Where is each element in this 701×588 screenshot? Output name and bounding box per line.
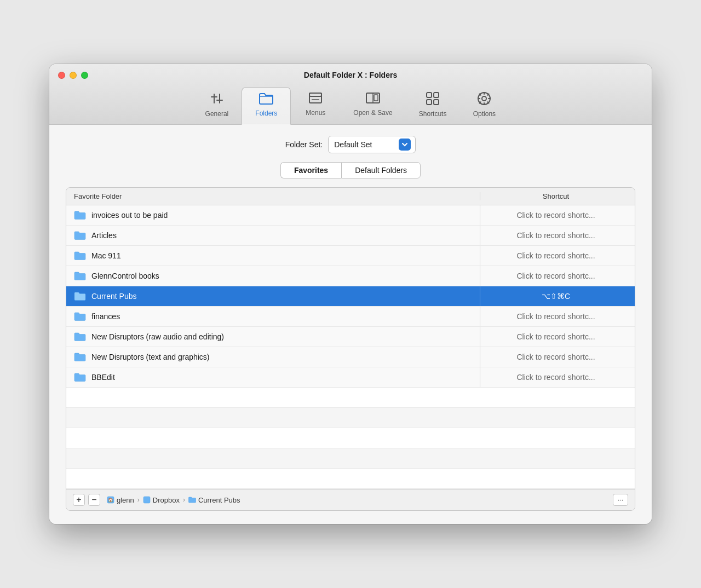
toolbar-item-menus[interactable]: Menus: [291, 87, 340, 124]
traffic-lights: [58, 72, 88, 79]
folder-icon: [74, 230, 86, 240]
breadcrumb-item-dropbox: Dropbox: [143, 496, 180, 504]
row-shortcut[interactable]: ⌥⇧⌘C: [485, 292, 627, 301]
maximize-button[interactable]: [81, 72, 88, 79]
row-divider: [480, 205, 480, 225]
table-row[interactable]: GlennControl books Click to record short…: [66, 266, 635, 286]
list-panel: Favorite Folder Shortcut invoices out to…: [66, 187, 635, 511]
row-shortcut[interactable]: Click to record shortc...: [485, 312, 627, 321]
empty-row: [66, 448, 635, 469]
empty-row: [66, 388, 635, 408]
table-row[interactable]: BBEdit Click to record shortc...: [66, 367, 635, 388]
row-divider: [480, 266, 480, 286]
shortcuts-icon: [426, 91, 440, 108]
folder-icon: [74, 352, 86, 362]
row-divider: [480, 367, 480, 387]
row-shortcut[interactable]: Click to record shortc...: [485, 332, 627, 341]
toolbar-item-shortcuts[interactable]: Shortcuts: [406, 87, 460, 124]
row-folder-name: New Disruptors (raw audio and editing): [91, 332, 224, 341]
row-shortcut[interactable]: Click to record shortc...: [485, 251, 627, 260]
svg-rect-13: [434, 100, 439, 105]
empty-rows: [66, 388, 635, 489]
folder-icon: [74, 271, 86, 281]
folder-col: New Disruptors (raw audio and editing): [74, 332, 475, 342]
toolbar-item-folders[interactable]: Folders: [242, 87, 291, 125]
table-row[interactable]: New Disruptors (raw audio and editing) C…: [66, 327, 635, 347]
svg-rect-9: [374, 95, 378, 101]
svg-text:🏠: 🏠: [108, 497, 113, 503]
breadcrumb-label-glenn: glenn: [117, 496, 134, 504]
close-button[interactable]: [58, 72, 65, 79]
tab-favorites[interactable]: Favorites: [280, 162, 341, 178]
row-shortcut[interactable]: Click to record shortc...: [485, 211, 627, 220]
folder-icon: [74, 291, 86, 301]
general-icon: [210, 91, 224, 108]
minimize-button[interactable]: [70, 72, 77, 79]
menus-icon: [308, 91, 323, 107]
svg-point-15: [482, 96, 486, 101]
toolbar-item-open-save[interactable]: Open & Save: [340, 87, 405, 124]
shortcuts-label: Shortcuts: [419, 110, 447, 118]
row-shortcut[interactable]: Click to record shortc...: [485, 231, 627, 240]
folder-col: New Disruptors (text and graphics): [74, 352, 475, 362]
folder-col: Current Pubs: [74, 291, 475, 301]
bottom-bar: + − 🏠 glenn ›: [66, 489, 635, 510]
breadcrumb-item-current-pubs: Current Pubs: [188, 496, 240, 504]
folder-set-label: Folder Set:: [285, 140, 323, 149]
row-divider: [480, 327, 480, 347]
folder-col: finances: [74, 312, 475, 321]
svg-rect-10: [427, 93, 432, 97]
folder-icon: [74, 251, 86, 261]
row-folder-name: invoices out to be paid: [91, 211, 168, 220]
segment-control: Favorites Default Folders: [66, 162, 635, 178]
row-shortcut[interactable]: Click to record shortc...: [485, 353, 627, 361]
row-shortcut[interactable]: Click to record shortc...: [485, 272, 627, 280]
svg-rect-4: [309, 93, 321, 103]
breadcrumb-folder-icon: [188, 497, 196, 503]
folder-col: BBEdit: [74, 372, 475, 382]
svg-rect-11: [434, 93, 439, 97]
titlebar: Default Folder X : Folders General: [49, 64, 652, 125]
toolbar-item-general[interactable]: General: [192, 87, 242, 124]
empty-row: [66, 408, 635, 428]
table-row[interactable]: invoices out to be paid Click to record …: [66, 205, 635, 226]
home-icon: 🏠: [107, 496, 114, 504]
window-title: Default Folder X : Folders: [304, 71, 397, 79]
row-folder-name: BBEdit: [91, 373, 115, 382]
folders-label: Folders: [255, 109, 277, 117]
main-window: Default Folder X : Folders General: [49, 64, 652, 524]
general-label: General: [205, 110, 229, 118]
more-button[interactable]: ···: [613, 494, 628, 506]
empty-row: [66, 428, 635, 448]
toolbar: General Folders: [192, 87, 509, 124]
row-folder-name: finances: [91, 312, 120, 321]
open-save-label: Open & Save: [353, 109, 392, 117]
folder-col: Mac 911: [74, 251, 475, 261]
table-body: invoices out to be paid Click to record …: [66, 205, 635, 489]
empty-row: [66, 469, 635, 489]
svg-rect-12: [427, 100, 432, 105]
header-shortcut: Shortcut: [485, 192, 627, 200]
breadcrumb-item-glenn: 🏠 glenn: [107, 496, 134, 504]
breadcrumb: 🏠 glenn › Dropbox ›: [107, 496, 610, 504]
table-row-selected[interactable]: Current Pubs ⌥⇧⌘C: [66, 286, 635, 307]
breadcrumb-label-current-pubs: Current Pubs: [198, 496, 240, 504]
add-button[interactable]: +: [73, 494, 85, 506]
toolbar-item-options[interactable]: Options: [459, 87, 509, 124]
row-folder-name: Mac 911: [91, 251, 121, 260]
row-divider: [480, 286, 480, 306]
table-row[interactable]: Articles Click to record shortc...: [66, 226, 635, 246]
table-row[interactable]: Mac 911 Click to record shortc...: [66, 246, 635, 266]
more-icon: ···: [618, 496, 623, 504]
options-label: Options: [473, 110, 496, 118]
folder-col: Articles: [74, 230, 475, 240]
row-divider: [480, 226, 480, 245]
folder-set-select[interactable]: Default Set: [328, 136, 416, 153]
row-shortcut[interactable]: Click to record shortc...: [485, 373, 627, 382]
tab-default-folders[interactable]: Default Folders: [341, 162, 421, 178]
table-row[interactable]: finances Click to record shortc...: [66, 307, 635, 327]
content-area: Folder Set: Default Set Favorites Defaul…: [49, 125, 652, 524]
table-row[interactable]: New Disruptors (text and graphics) Click…: [66, 347, 635, 367]
remove-button[interactable]: −: [88, 494, 100, 506]
header-folder: Favorite Folder: [74, 192, 475, 200]
